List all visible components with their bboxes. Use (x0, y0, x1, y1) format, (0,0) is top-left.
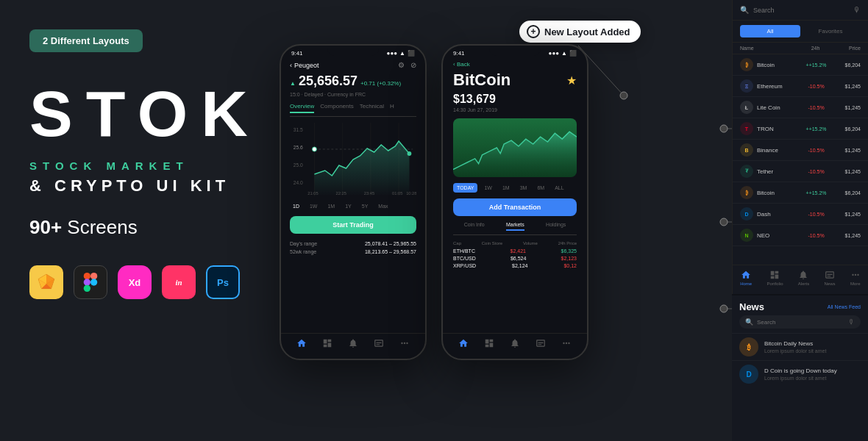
p2-bottom-nav (443, 333, 587, 353)
p2-tf-1w[interactable]: 1W (480, 183, 496, 193)
rp-col-price: Price (830, 46, 861, 51)
p2-sub-tab-coininfo[interactable]: Coin Info (464, 222, 485, 231)
coin-icon: D (740, 207, 753, 220)
phone1-content: ‹ Peugeot ⚙ ⊘ ▲ 25,656.57 +0.71 (+0.32%)… (281, 58, 425, 260)
p2-tf-1m[interactable]: 1M (499, 183, 513, 193)
p1-delayed: 15:0 · Delayed · Currency in FRC (290, 92, 416, 97)
p1-period-1d[interactable]: 1D (290, 202, 302, 210)
rp-nav-alerts-label: Alerts (798, 282, 809, 286)
coin-row-7[interactable]: D Dash -10.5% $1,245 (733, 204, 868, 225)
p1-tab-components[interactable]: Components (320, 103, 353, 113)
svg-point-14 (720, 125, 728, 132)
p2-table-header: Cap Coin Store Volume 24h Price (453, 241, 577, 245)
p1-period-max[interactable]: Max (375, 202, 391, 210)
coin-row-2[interactable]: Ł Lite Coin -10.5% $1,245 (733, 97, 868, 118)
rp-tab-favorites[interactable]: Favorites (800, 25, 861, 37)
p1-back-button[interactable]: ‹ Peugeot (290, 62, 319, 69)
coin-price: $6,204 (831, 62, 861, 68)
svg-rect-6 (84, 273, 90, 279)
coin-row-3[interactable]: T TRON ++15.2% $6,204 (733, 118, 868, 140)
coin-change: -10.5% (801, 148, 830, 153)
p2-tf-today[interactable]: TODAY (453, 183, 477, 193)
p2-chart (453, 118, 577, 177)
tool-ps-icon: Ps (206, 265, 240, 299)
coin-icon: Ξ (740, 79, 753, 93)
rp-mic-icon[interactable]: 🎙 (853, 6, 861, 14)
news-search-container: 🔍 🎙 (732, 315, 868, 333)
coin-row-0[interactable]: ₿ Bitcoin ++15.2% $6,204 (733, 54, 868, 76)
rp-nav-home-label: Home (740, 282, 752, 286)
coin-name: Bitcoin (757, 190, 801, 196)
svg-point-27 (408, 151, 412, 156)
coin-icon: ₿ (740, 186, 753, 199)
news-search-input[interactable] (757, 319, 844, 326)
p1-nav-alerts[interactable] (348, 338, 358, 348)
coin-row-5[interactable]: ₮ Tether -10.5% $1,245 (733, 161, 868, 182)
coin-row-1[interactable]: Ξ Ethereum -10.5% $1,245 (733, 76, 868, 97)
p1-period-5y[interactable]: 5Y (359, 202, 371, 210)
coin-icon: ₮ (740, 165, 753, 178)
rp-nav-alerts[interactable]: Alerts (798, 270, 809, 286)
coin-change: -10.5% (801, 169, 830, 174)
news-all-feed-link[interactable]: All News Feed (828, 304, 861, 309)
news-mic-icon: 🎙 (848, 318, 855, 326)
p2-star-icon[interactable]: ★ (566, 74, 577, 87)
p2-nav-alerts[interactable] (510, 338, 520, 348)
svg-point-29 (313, 147, 317, 151)
news-item-title: Bitcoin Daily News (764, 340, 861, 347)
p2-price: $13,679 (453, 93, 577, 106)
news-text: D Coin is going Down today Lorem ipsum d… (764, 368, 861, 381)
news-item-0[interactable]: ₿ Bitcoin Daily News Lorem ipsum dolor s… (732, 333, 868, 360)
p2-nav-news[interactable] (536, 338, 546, 348)
rp-nav-home[interactable]: Home (740, 270, 752, 286)
p2-tf-all[interactable]: ALL (551, 183, 567, 193)
p1-period-1w[interactable]: 1W (307, 202, 321, 210)
p2-sub-tabs: Coin Info Markets Holdings (453, 222, 577, 235)
coin-row-4[interactable]: B Binance -10.5% $1,245 (733, 140, 868, 161)
news-coin-icon: D (739, 365, 758, 384)
p1-nav-home[interactable] (296, 338, 307, 348)
p2-nav-more[interactable] (561, 338, 572, 348)
rp-search-input[interactable] (753, 7, 849, 14)
rp-tab-all[interactable]: All (740, 25, 800, 37)
p2-nav-home[interactable] (458, 338, 469, 348)
svg-text:24.0: 24.0 (294, 180, 303, 185)
p2-sub-tab-holdings[interactable]: Holdings (546, 222, 566, 231)
p2-date: 14:30 Jun 27, 2019 (453, 107, 577, 112)
p2-sub-tab-markets[interactable]: Markets (506, 222, 524, 231)
p2-tf-6m[interactable]: 6M (533, 183, 548, 193)
p1-start-trading-btn[interactable]: Start Trading (290, 216, 416, 234)
p2-add-transaction-btn[interactable]: Add Transaction (453, 198, 577, 216)
p2-tf-3m[interactable]: 3M (516, 183, 531, 193)
rp-nav-portfolio[interactable]: Portfolio (766, 270, 783, 286)
p2-header: BitCoin ★ (453, 71, 577, 90)
p1-settings-icon: ⚙ (398, 61, 405, 69)
coin-rows: ₿ Bitcoin ++15.2% $6,204 Ξ Ethereum -10.… (733, 54, 868, 246)
p1-tab-technical[interactable]: Technical (360, 103, 384, 113)
news-item-1[interactable]: D D Coin is going Down today Lorem ipsum… (732, 360, 868, 387)
news-coin-icon: ₿ (739, 337, 758, 356)
coin-price: $1,245 (831, 233, 861, 238)
p1-nav-portfolio[interactable] (322, 338, 332, 348)
svg-text:22:25: 22:25 (336, 191, 347, 196)
rp-nav-news[interactable]: News (824, 270, 835, 286)
rp-col-name: Name (740, 46, 800, 51)
tool-invision-icon: in (162, 265, 196, 299)
coin-name: Lite Coin (757, 104, 801, 111)
p2-back-btn[interactable]: ‹ Back (453, 61, 577, 68)
coin-row-8[interactable]: N NEO -10.5% $1,245 (733, 225, 868, 246)
p2-nav-portfolio[interactable] (484, 338, 494, 348)
coin-change: -10.5% (801, 84, 830, 89)
p1-nav-news[interactable] (374, 338, 384, 348)
p1-period-1m[interactable]: 1M (324, 202, 338, 210)
p1-tab-overview[interactable]: Overview (290, 103, 314, 113)
rp-nav-more[interactable]: More (850, 270, 861, 286)
coin-icon: Ł (740, 101, 753, 114)
p1-tab-h[interactable]: H (390, 103, 394, 113)
coin-row-6[interactable]: ₿ Bitcoin ++15.2% $6,204 (733, 182, 868, 204)
badge-plus-icon: + (527, 25, 540, 38)
p1-period-1y[interactable]: 1Y (342, 202, 355, 210)
news-text: Bitcoin Daily News Lorem ipsum dolor sit… (764, 340, 861, 354)
coin-name: NEO (757, 232, 801, 239)
p1-nav-more[interactable] (399, 338, 410, 348)
